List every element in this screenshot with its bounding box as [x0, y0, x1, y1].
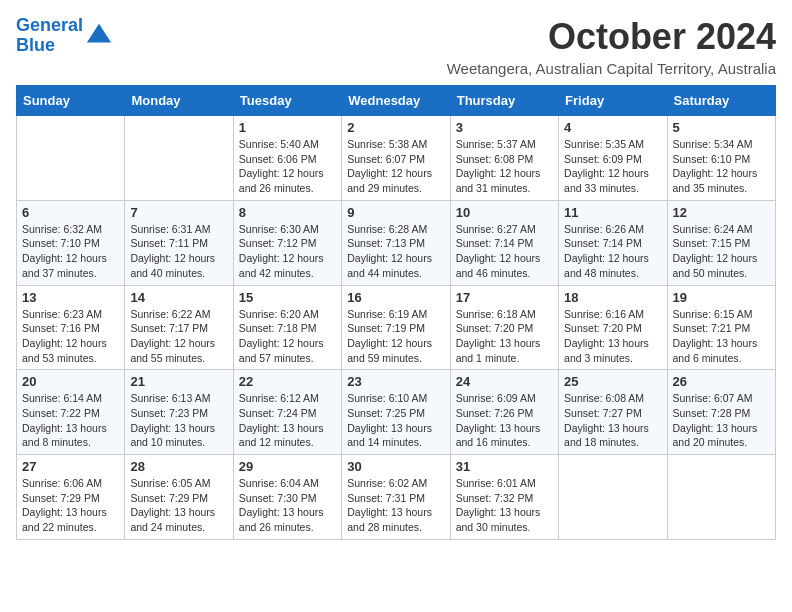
title-block: October 2024 Weetangera, Australian Capi… [447, 16, 776, 77]
subtitle: Weetangera, Australian Capital Territory… [447, 60, 776, 77]
day-number: 20 [22, 374, 119, 389]
day-number: 12 [673, 205, 770, 220]
day-number: 22 [239, 374, 336, 389]
day-info: Sunrise: 6:02 AM Sunset: 7:31 PM Dayligh… [347, 476, 444, 535]
day-number: 28 [130, 459, 227, 474]
day-number: 6 [22, 205, 119, 220]
day-number: 10 [456, 205, 553, 220]
calendar-cell: 20Sunrise: 6:14 AM Sunset: 7:22 PM Dayli… [17, 370, 125, 455]
logo: GeneralBlue [16, 16, 113, 56]
calendar-week-row: 13Sunrise: 6:23 AM Sunset: 7:16 PM Dayli… [17, 285, 776, 370]
day-info: Sunrise: 6:32 AM Sunset: 7:10 PM Dayligh… [22, 222, 119, 281]
day-number: 16 [347, 290, 444, 305]
day-info: Sunrise: 6:22 AM Sunset: 7:17 PM Dayligh… [130, 307, 227, 366]
calendar-cell: 7Sunrise: 6:31 AM Sunset: 7:11 PM Daylig… [125, 200, 233, 285]
day-info: Sunrise: 6:04 AM Sunset: 7:30 PM Dayligh… [239, 476, 336, 535]
calendar-week-row: 1Sunrise: 5:40 AM Sunset: 6:06 PM Daylig… [17, 116, 776, 201]
day-number: 17 [456, 290, 553, 305]
day-number: 31 [456, 459, 553, 474]
day-info: Sunrise: 6:27 AM Sunset: 7:14 PM Dayligh… [456, 222, 553, 281]
day-info: Sunrise: 6:23 AM Sunset: 7:16 PM Dayligh… [22, 307, 119, 366]
day-number: 30 [347, 459, 444, 474]
calendar-cell: 2Sunrise: 5:38 AM Sunset: 6:07 PM Daylig… [342, 116, 450, 201]
day-number: 4 [564, 120, 661, 135]
day-info: Sunrise: 6:01 AM Sunset: 7:32 PM Dayligh… [456, 476, 553, 535]
calendar-cell [17, 116, 125, 201]
day-number: 19 [673, 290, 770, 305]
day-of-week-header: Wednesday [342, 86, 450, 116]
day-info: Sunrise: 5:37 AM Sunset: 6:08 PM Dayligh… [456, 137, 553, 196]
day-info: Sunrise: 5:35 AM Sunset: 6:09 PM Dayligh… [564, 137, 661, 196]
day-info: Sunrise: 6:09 AM Sunset: 7:26 PM Dayligh… [456, 391, 553, 450]
calendar-week-row: 27Sunrise: 6:06 AM Sunset: 7:29 PM Dayli… [17, 455, 776, 540]
day-of-week-header: Tuesday [233, 86, 341, 116]
calendar-cell: 11Sunrise: 6:26 AM Sunset: 7:14 PM Dayli… [559, 200, 667, 285]
day-of-week-header: Monday [125, 86, 233, 116]
day-info: Sunrise: 5:34 AM Sunset: 6:10 PM Dayligh… [673, 137, 770, 196]
calendar-cell: 1Sunrise: 5:40 AM Sunset: 6:06 PM Daylig… [233, 116, 341, 201]
calendar-cell: 15Sunrise: 6:20 AM Sunset: 7:18 PM Dayli… [233, 285, 341, 370]
day-info: Sunrise: 6:10 AM Sunset: 7:25 PM Dayligh… [347, 391, 444, 450]
day-number: 11 [564, 205, 661, 220]
calendar-cell [559, 455, 667, 540]
day-info: Sunrise: 6:20 AM Sunset: 7:18 PM Dayligh… [239, 307, 336, 366]
day-number: 3 [456, 120, 553, 135]
day-number: 24 [456, 374, 553, 389]
day-number: 25 [564, 374, 661, 389]
calendar-cell: 24Sunrise: 6:09 AM Sunset: 7:26 PM Dayli… [450, 370, 558, 455]
calendar-cell: 27Sunrise: 6:06 AM Sunset: 7:29 PM Dayli… [17, 455, 125, 540]
calendar-cell: 12Sunrise: 6:24 AM Sunset: 7:15 PM Dayli… [667, 200, 775, 285]
day-number: 8 [239, 205, 336, 220]
day-info: Sunrise: 6:07 AM Sunset: 7:28 PM Dayligh… [673, 391, 770, 450]
day-info: Sunrise: 6:08 AM Sunset: 7:27 PM Dayligh… [564, 391, 661, 450]
day-of-week-header: Thursday [450, 86, 558, 116]
day-info: Sunrise: 6:24 AM Sunset: 7:15 PM Dayligh… [673, 222, 770, 281]
day-info: Sunrise: 6:18 AM Sunset: 7:20 PM Dayligh… [456, 307, 553, 366]
calendar-body: 1Sunrise: 5:40 AM Sunset: 6:06 PM Daylig… [17, 116, 776, 540]
calendar-cell: 31Sunrise: 6:01 AM Sunset: 7:32 PM Dayli… [450, 455, 558, 540]
logo-icon [85, 22, 113, 50]
calendar-cell: 25Sunrise: 6:08 AM Sunset: 7:27 PM Dayli… [559, 370, 667, 455]
day-of-week-header: Sunday [17, 86, 125, 116]
day-info: Sunrise: 6:28 AM Sunset: 7:13 PM Dayligh… [347, 222, 444, 281]
day-number: 26 [673, 374, 770, 389]
calendar-cell: 30Sunrise: 6:02 AM Sunset: 7:31 PM Dayli… [342, 455, 450, 540]
day-info: Sunrise: 6:16 AM Sunset: 7:20 PM Dayligh… [564, 307, 661, 366]
day-info: Sunrise: 6:30 AM Sunset: 7:12 PM Dayligh… [239, 222, 336, 281]
calendar-cell: 6Sunrise: 6:32 AM Sunset: 7:10 PM Daylig… [17, 200, 125, 285]
day-number: 5 [673, 120, 770, 135]
day-number: 9 [347, 205, 444, 220]
calendar-cell: 23Sunrise: 6:10 AM Sunset: 7:25 PM Dayli… [342, 370, 450, 455]
day-info: Sunrise: 6:31 AM Sunset: 7:11 PM Dayligh… [130, 222, 227, 281]
calendar-table: SundayMondayTuesdayWednesdayThursdayFrid… [16, 85, 776, 540]
day-info: Sunrise: 6:05 AM Sunset: 7:29 PM Dayligh… [130, 476, 227, 535]
day-number: 15 [239, 290, 336, 305]
day-of-week-header: Friday [559, 86, 667, 116]
day-number: 2 [347, 120, 444, 135]
day-number: 14 [130, 290, 227, 305]
calendar-cell: 17Sunrise: 6:18 AM Sunset: 7:20 PM Dayli… [450, 285, 558, 370]
calendar-cell: 26Sunrise: 6:07 AM Sunset: 7:28 PM Dayli… [667, 370, 775, 455]
calendar-cell: 13Sunrise: 6:23 AM Sunset: 7:16 PM Dayli… [17, 285, 125, 370]
calendar-cell: 28Sunrise: 6:05 AM Sunset: 7:29 PM Dayli… [125, 455, 233, 540]
day-number: 7 [130, 205, 227, 220]
calendar-cell: 16Sunrise: 6:19 AM Sunset: 7:19 PM Dayli… [342, 285, 450, 370]
day-info: Sunrise: 6:26 AM Sunset: 7:14 PM Dayligh… [564, 222, 661, 281]
logo-text: GeneralBlue [16, 16, 83, 56]
calendar-cell: 19Sunrise: 6:15 AM Sunset: 7:21 PM Dayli… [667, 285, 775, 370]
calendar-cell: 4Sunrise: 5:35 AM Sunset: 6:09 PM Daylig… [559, 116, 667, 201]
calendar-cell: 22Sunrise: 6:12 AM Sunset: 7:24 PM Dayli… [233, 370, 341, 455]
day-info: Sunrise: 6:06 AM Sunset: 7:29 PM Dayligh… [22, 476, 119, 535]
day-number: 21 [130, 374, 227, 389]
day-info: Sunrise: 6:15 AM Sunset: 7:21 PM Dayligh… [673, 307, 770, 366]
day-info: Sunrise: 5:40 AM Sunset: 6:06 PM Dayligh… [239, 137, 336, 196]
calendar-cell: 3Sunrise: 5:37 AM Sunset: 6:08 PM Daylig… [450, 116, 558, 201]
day-number: 18 [564, 290, 661, 305]
day-number: 13 [22, 290, 119, 305]
day-info: Sunrise: 6:12 AM Sunset: 7:24 PM Dayligh… [239, 391, 336, 450]
svg-marker-0 [87, 24, 111, 43]
day-number: 1 [239, 120, 336, 135]
calendar-week-row: 20Sunrise: 6:14 AM Sunset: 7:22 PM Dayli… [17, 370, 776, 455]
month-title: October 2024 [447, 16, 776, 58]
day-number: 27 [22, 459, 119, 474]
